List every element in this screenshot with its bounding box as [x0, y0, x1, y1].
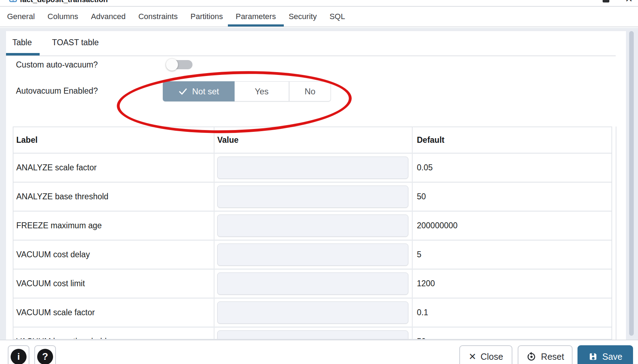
tab-columns[interactable]: Columns: [47, 7, 78, 27]
close-button-label: Close: [481, 352, 503, 362]
autovacuum-enabled-label: Autovacuum Enabled?: [16, 84, 98, 97]
close-button[interactable]: ✕ Close: [459, 345, 512, 364]
option-yes[interactable]: Yes: [235, 81, 289, 101]
tab-partitions[interactable]: Partitions: [190, 7, 223, 27]
tab-general[interactable]: General: [7, 7, 35, 27]
info-icon: i: [11, 349, 27, 364]
vertical-scrollbar[interactable]: [626, 28, 638, 340]
param-label: FREEZE maximum age: [13, 212, 214, 240]
custom-autovacuum-label: Custom auto-vacuum?: [16, 58, 98, 71]
param-value-input[interactable]: [217, 243, 408, 266]
table-row: FREEZE maximum age 200000000: [13, 211, 611, 240]
tab-parameters[interactable]: Parameters: [236, 7, 276, 27]
save-button-label: Save: [602, 352, 622, 362]
param-label: VACUUM scale factor: [13, 299, 214, 327]
option-not-set[interactable]: Not set: [163, 81, 235, 101]
column-header-label: Label: [13, 127, 214, 153]
param-value-input[interactable]: [217, 301, 408, 324]
tab-advanced[interactable]: Advanced: [91, 7, 126, 27]
table-row: VACUUM base threshold 50: [13, 327, 611, 340]
dialog-footer: i ? ✕ Close Reset Save: [0, 340, 638, 364]
dialog-title-bar: fact_deposit_transaction ✕: [0, 0, 638, 7]
panel-right-divider: [616, 127, 616, 340]
tab-sql[interactable]: SQL: [329, 7, 345, 27]
table-row: ANALYZE scale factor 0.05: [13, 153, 611, 182]
param-default: 1200: [412, 270, 611, 298]
active-subtab-underline: [6, 53, 40, 55]
properties-tab-bar: General Columns Advanced Constraints Par…: [0, 7, 638, 27]
param-label: ANALYZE scale factor: [13, 154, 214, 182]
maximize-icon[interactable]: [603, 0, 609, 2]
param-value-input[interactable]: [217, 272, 408, 295]
save-button[interactable]: Save: [577, 345, 633, 364]
autovacuum-enabled-button-group: Not set Yes No: [163, 81, 331, 101]
subtab-toast-table[interactable]: TOAST table: [52, 35, 99, 50]
param-label: VACUUM base threshold: [13, 328, 214, 340]
param-value-input[interactable]: [217, 157, 408, 179]
column-header-value: Value: [214, 127, 412, 153]
subtab-table[interactable]: Table: [12, 35, 32, 50]
grid-header-row: Label Value Default: [13, 127, 611, 153]
dialog-title: fact_deposit_transaction: [20, 0, 108, 4]
custom-autovacuum-toggle-knob[interactable]: [166, 59, 178, 71]
param-default: 0.05: [412, 154, 611, 182]
param-default: 50: [412, 328, 611, 340]
option-not-set-label: Not set: [192, 87, 219, 96]
param-value-input[interactable]: [217, 186, 408, 208]
subtab-divider: [6, 55, 616, 56]
reset-button[interactable]: Reset: [518, 345, 573, 364]
scrollbar-thumb[interactable]: [629, 31, 634, 336]
table-icon: [9, 0, 17, 4]
help-button[interactable]: ?: [34, 345, 56, 364]
param-label: VACUUM cost delay: [13, 241, 214, 269]
param-default: 5: [412, 241, 611, 269]
reset-button-label: Reset: [541, 352, 564, 362]
parameters-grid: Label Value Default ANALYZE scale factor…: [13, 127, 612, 340]
reset-icon: [526, 351, 537, 362]
table-row: VACUUM cost limit 1200: [13, 269, 611, 298]
table-row: VACUUM cost delay 5: [13, 240, 611, 269]
help-icon: ?: [37, 349, 53, 364]
parameters-panel: Table TOAST table Custom auto-vacuum? Au…: [6, 31, 638, 340]
check-icon: [178, 87, 188, 96]
option-no[interactable]: No: [289, 81, 331, 101]
table-row: VACUUM scale factor 0.1: [13, 298, 611, 327]
save-icon: [588, 352, 598, 362]
param-default: 50: [412, 183, 611, 211]
param-value-input[interactable]: [217, 330, 408, 340]
tab-security[interactable]: Security: [289, 7, 317, 27]
param-value-input[interactable]: [217, 215, 408, 237]
param-label: VACUUM cost limit: [13, 270, 214, 298]
param-default: 200000000: [412, 212, 611, 240]
param-label: ANALYZE base threshold: [13, 183, 214, 211]
close-icon: ✕: [469, 352, 476, 361]
info-button[interactable]: i: [8, 345, 29, 364]
param-default: 0.1: [412, 299, 611, 327]
tab-constraints[interactable]: Constraints: [138, 7, 178, 27]
column-header-default: Default: [412, 127, 611, 153]
close-window-icon[interactable]: ✕: [625, 0, 633, 5]
table-row: ANALYZE base threshold 50: [13, 182, 611, 211]
